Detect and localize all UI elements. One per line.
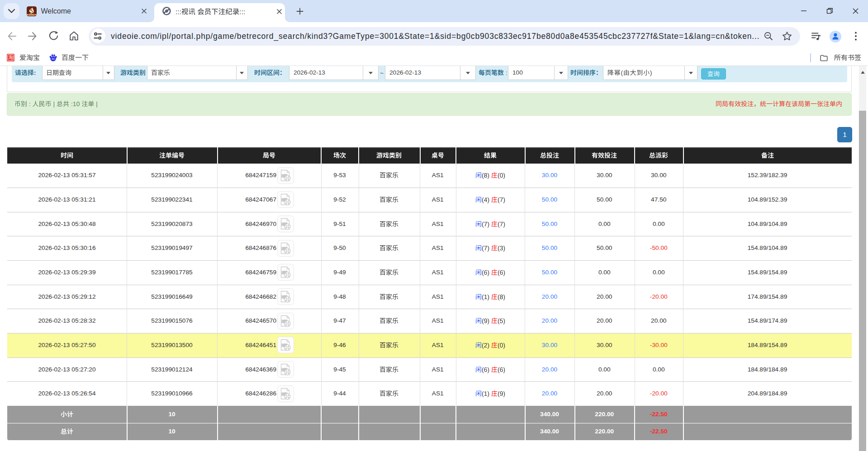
svg-text:du: du xyxy=(52,57,55,60)
